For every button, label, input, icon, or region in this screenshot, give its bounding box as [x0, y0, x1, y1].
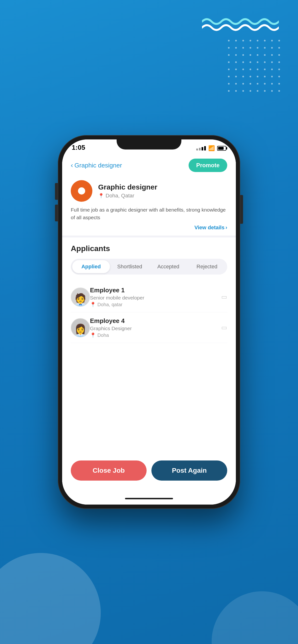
- bottom-actions: Close Job Post Again: [62, 456, 236, 492]
- job-location-text: Doha, Qatar: [106, 192, 134, 199]
- job-section: Graphic designer 📍 Doha, Qatar Full time…: [62, 176, 236, 236]
- employee-1-location: 📍 Doha, qatar: [90, 302, 221, 308]
- wifi-icon: 📶: [208, 145, 215, 152]
- job-location: 📍 Doha, Qatar: [98, 192, 158, 199]
- tab-rejected[interactable]: Rejected: [188, 260, 226, 273]
- applicants-title: Applicants: [71, 244, 227, 253]
- job-title: Graphic designer: [98, 183, 158, 191]
- applicants-section: Applicants Applied Shortlisted Accepted …: [62, 238, 236, 350]
- job-logo: [71, 180, 92, 202]
- wave-decoration: [202, 14, 279, 34]
- promote-button[interactable]: Promote: [189, 158, 227, 172]
- employee-1-name: Employee 1: [90, 286, 221, 294]
- bookmark-icon-1[interactable]: ▭: [221, 293, 227, 301]
- bookmark-icon-4[interactable]: ▭: [221, 324, 227, 331]
- phone-frame: 1:05 📶 ‹ Graphic designer Promote: [58, 135, 240, 509]
- post-again-button[interactable]: Post Again: [152, 460, 227, 480]
- notch: [117, 140, 181, 150]
- section-divider: [62, 236, 236, 238]
- employee-1-info: Employee 1 Senior mobile developer 📍 Doh…: [90, 286, 221, 308]
- content-spacer: [62, 350, 236, 456]
- employee-4-avatar: 👩‍💼: [71, 318, 90, 337]
- nav-title: Graphic designer: [74, 162, 122, 169]
- back-chevron-icon: ‹: [71, 162, 73, 169]
- employee-1-avatar: 🧑‍💼: [71, 288, 90, 307]
- applicant-item-1[interactable]: 🧑‍💼 Employee 1 Senior mobile developer 📍…: [71, 282, 227, 312]
- tab-applied[interactable]: Applied: [72, 260, 110, 273]
- status-time: 1:05: [72, 144, 85, 152]
- home-indicator: [62, 492, 236, 504]
- chevron-right-icon: ›: [226, 224, 227, 231]
- screen-content: ‹ Graphic designer Promote Graphic desig…: [62, 154, 236, 504]
- status-icons: 📶: [196, 145, 226, 152]
- battery-icon: [217, 146, 226, 151]
- location-icon: 📍: [90, 302, 96, 308]
- applicant-item-4[interactable]: 👩‍💼 Employee 4 Graphics Designer 📍 Doha …: [71, 312, 227, 343]
- filter-tabs: Applied Shortlisted Accepted Rejected: [71, 259, 227, 274]
- blob-bottom-left: [0, 553, 101, 644]
- applicant-list: 🧑‍💼 Employee 1 Senior mobile developer 📍…: [71, 282, 227, 343]
- volume-up-button: [55, 183, 58, 200]
- dot-grid: [226, 38, 281, 93]
- back-button[interactable]: ‹ Graphic designer: [71, 162, 122, 169]
- tab-accepted[interactable]: Accepted: [150, 260, 187, 273]
- location-icon-2: 📍: [90, 332, 96, 338]
- phone-screen: 1:05 📶 ‹ Graphic designer Promote: [62, 140, 236, 504]
- job-logo-inner: [78, 187, 85, 194]
- blob-bottom-right: [212, 591, 298, 644]
- power-button: [240, 195, 243, 224]
- job-description: Full time job as a graphic designer with…: [71, 206, 227, 221]
- signal-icon: [196, 146, 206, 150]
- employee-4-location: 📍 Doha: [90, 332, 221, 338]
- job-info: Graphic designer 📍 Doha, Qatar: [98, 183, 158, 199]
- close-job-button[interactable]: Close Job: [71, 460, 146, 480]
- location-pin-icon: 📍: [98, 193, 104, 198]
- volume-down-button: [55, 204, 58, 222]
- employee-4-info: Employee 4 Graphics Designer 📍 Doha: [90, 317, 221, 338]
- tab-shortlisted[interactable]: Shortlisted: [111, 260, 148, 273]
- employee-4-role: Graphics Designer: [90, 326, 221, 331]
- view-details-link[interactable]: View details ›: [71, 224, 227, 231]
- employee-1-role: Senior mobile developer: [90, 295, 221, 301]
- employee-4-name: Employee 4: [90, 317, 221, 325]
- top-nav: ‹ Graphic designer Promote: [62, 154, 236, 176]
- job-header: Graphic designer 📍 Doha, Qatar: [71, 180, 227, 202]
- home-bar: [125, 498, 173, 499]
